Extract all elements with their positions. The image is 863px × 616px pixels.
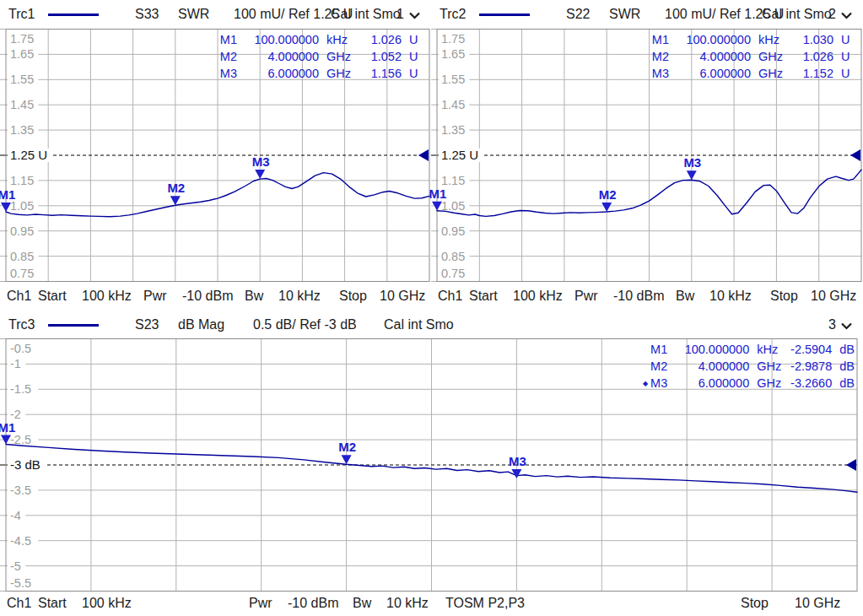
channel-footer-trc2: Ch1 Start 100 kHz Pwr -10 dBm Bw 10 kHz … xyxy=(431,282,863,311)
marker-value: -2.5904 xyxy=(790,342,832,358)
marker-value-unit: U xyxy=(409,66,423,82)
trace-name[interactable]: Trc3 xyxy=(8,317,35,332)
svg-text:M1: M1 xyxy=(0,420,15,435)
cal-status: Cal int Smo xyxy=(762,7,832,22)
trace-header-trc2: Trc2 S22 SWR 100 mU/ Ref 1.25 U Cal int … xyxy=(431,0,863,29)
marker-frequency-unit: GHz xyxy=(757,376,782,392)
svg-text:0.75: 0.75 xyxy=(441,267,465,280)
svg-text:0.95: 0.95 xyxy=(10,224,34,238)
marker-frequency: 6.000000 xyxy=(675,376,749,392)
marker-frequency: 6.000000 xyxy=(245,66,319,82)
marker-label: ◆M1 xyxy=(213,32,237,48)
stop-frequency[interactable]: 10 GHz xyxy=(811,289,856,304)
start-frequency[interactable]: 100 kHz xyxy=(513,289,563,304)
svg-text:M1: M1 xyxy=(0,187,15,202)
marker-value-unit: U xyxy=(841,32,855,48)
bandwidth-label: Bw xyxy=(353,596,371,611)
trace-format: dB Mag xyxy=(178,317,224,332)
svg-text:-4.5: -4.5 xyxy=(10,534,31,548)
trace-color-line-icon xyxy=(479,14,530,16)
trace-header-trc3: Trc3 S23 dB Mag 0.5 dB/ Ref -3 dB Cal in… xyxy=(0,311,863,338)
svg-text:0.85: 0.85 xyxy=(10,250,34,263)
svg-text:-3 dB: -3 dB xyxy=(10,457,40,472)
marker-frequency: 6.000000 xyxy=(677,66,751,82)
marker-readout-table: ◆M1100.000000kHz1.026U ◆M24.000000GHz1.0… xyxy=(213,32,423,82)
trace-name[interactable]: Trc1 xyxy=(8,7,35,22)
channel-number: 2 xyxy=(828,7,836,22)
svg-text:0.95: 0.95 xyxy=(441,224,465,238)
plot-area-trc3[interactable]: -0.5-1-1.5-2-2.5-3 dB-3.5-4-4.5-5-5.5M1M… xyxy=(0,338,863,592)
plot-area-trc1[interactable]: 1.751.651.551.451.351.25 U1.151.050.950.… xyxy=(0,29,431,282)
svg-text:1.35: 1.35 xyxy=(10,123,34,137)
channel-footer-trc1: Ch1 Start 100 kHz Pwr -10 dBm Bw 10 kHz … xyxy=(0,282,431,311)
svg-text:1.45: 1.45 xyxy=(441,98,465,111)
svg-text:1.65: 1.65 xyxy=(10,47,34,61)
svg-text:1.15: 1.15 xyxy=(441,174,465,187)
marker-value-unit: dB xyxy=(839,376,855,392)
bandwidth-value[interactable]: 10 kHz xyxy=(386,596,429,611)
svg-text:M1: M1 xyxy=(429,186,447,201)
start-label: Start xyxy=(38,289,67,304)
marker-label: ◆M1 xyxy=(645,32,669,48)
marker-frequency-unit: GHz xyxy=(757,359,782,375)
cal-status: Cal int Smo xyxy=(331,7,401,22)
power-value[interactable]: -10 dBm xyxy=(288,596,338,611)
svg-text:M2: M2 xyxy=(338,440,356,454)
bandwidth-value[interactable]: 10 kHz xyxy=(278,289,321,304)
svg-text:M3: M3 xyxy=(509,454,526,468)
marker-value: 1.026 xyxy=(359,32,402,48)
channel-selector[interactable]: 1 xyxy=(396,7,421,22)
svg-text:1.45: 1.45 xyxy=(10,98,34,111)
marker-label: ◆M2 xyxy=(645,49,669,65)
start-frequency[interactable]: 100 kHz xyxy=(82,289,132,304)
start-frequency[interactable]: 100 kHz xyxy=(82,596,132,611)
channel-number: 1 xyxy=(396,7,404,22)
marker-value-unit: U xyxy=(409,32,423,48)
marker-label: ◆M2 xyxy=(643,359,667,375)
marker-label: ◆M1 xyxy=(643,342,667,358)
channel-label: Ch1 xyxy=(7,596,31,611)
svg-text:1.25 U: 1.25 U xyxy=(10,148,47,162)
power-label: Pwr xyxy=(574,289,598,304)
channel-label: Ch1 xyxy=(438,289,462,304)
measured-parameter: S33 xyxy=(135,7,159,22)
channel-label: Ch1 xyxy=(7,289,31,304)
marker-frequency-unit: GHz xyxy=(758,49,784,65)
svg-text:-5.5: -5.5 xyxy=(10,576,31,590)
svg-text:1.65: 1.65 xyxy=(441,47,465,61)
svg-text:1.25 U: 1.25 U xyxy=(441,148,478,162)
bandwidth-label: Bw xyxy=(676,289,694,304)
trace-color-line-icon xyxy=(48,324,99,327)
marker-label: ◆M2 xyxy=(213,49,237,65)
marker-readout-table: ◆M1100.000000kHz1.030U ◆M24.000000GHz1.0… xyxy=(645,32,855,82)
power-value[interactable]: -10 dBm xyxy=(613,289,664,304)
marker-value: -2.9878 xyxy=(790,359,832,375)
power-value[interactable]: -10 dBm xyxy=(182,289,233,304)
svg-text:1.75: 1.75 xyxy=(441,32,465,46)
marker-frequency-unit: GHz xyxy=(326,66,352,82)
marker-value: 1.152 xyxy=(791,66,833,82)
marker-frequency-unit: kHz xyxy=(758,32,784,48)
channel-selector[interactable]: 2 xyxy=(828,7,853,22)
measured-parameter: S23 xyxy=(135,317,159,332)
stop-frequency[interactable]: 10 GHz xyxy=(380,289,425,304)
svg-text:1.15: 1.15 xyxy=(10,174,34,187)
marker-value: 1.026 xyxy=(791,49,833,65)
chevron-down-icon xyxy=(840,322,853,330)
marker-value-unit: U xyxy=(409,49,423,65)
marker-value-unit: dB xyxy=(839,359,855,375)
channel-selector[interactable]: 3 xyxy=(828,317,853,332)
start-label: Start xyxy=(469,289,498,304)
trace-panel-trc3: Trc3 S23 dB Mag 0.5 dB/ Ref -3 dB Cal in… xyxy=(0,311,863,616)
marker-frequency: 4.000000 xyxy=(675,359,749,375)
plot-area-trc2[interactable]: 1.751.651.551.451.351.25 U1.151.050.950.… xyxy=(431,29,863,282)
marker-label: ◆M3 xyxy=(643,376,667,392)
svg-text:1.55: 1.55 xyxy=(441,73,465,86)
trace-name[interactable]: Trc2 xyxy=(440,7,466,22)
marker-value-unit: U xyxy=(841,66,855,82)
start-label: Start xyxy=(38,596,67,611)
trace-scale: 0.5 dB/ Ref -3 dB xyxy=(253,317,357,332)
stop-frequency[interactable]: 10 GHz xyxy=(795,596,840,611)
bandwidth-value[interactable]: 10 kHz xyxy=(709,289,752,304)
svg-text:-1.5: -1.5 xyxy=(10,382,31,396)
